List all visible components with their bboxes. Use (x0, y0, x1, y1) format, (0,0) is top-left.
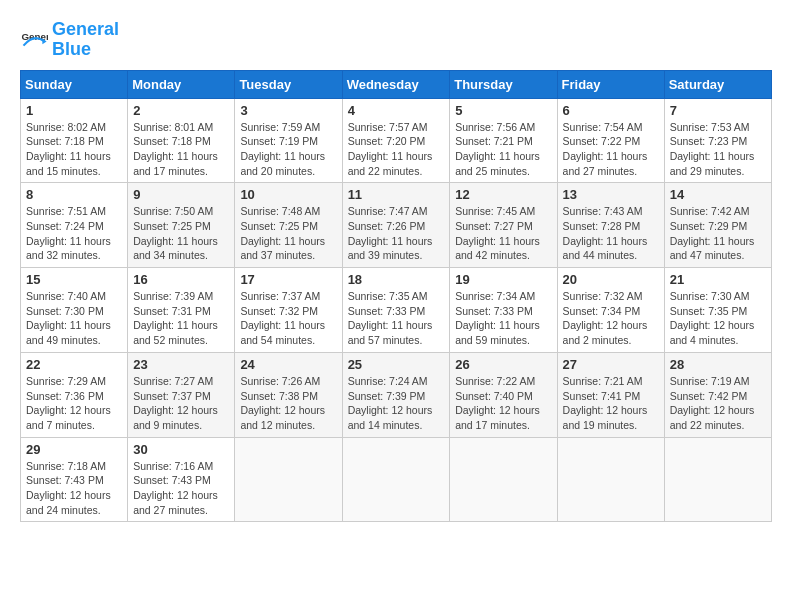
day-info: Sunrise: 7:48 AMSunset: 7:25 PMDaylight:… (240, 204, 336, 263)
calendar-cell: 20 Sunrise: 7:32 AMSunset: 7:34 PMDaylig… (557, 268, 664, 353)
calendar-cell: 19 Sunrise: 7:34 AMSunset: 7:33 PMDaylig… (450, 268, 557, 353)
calendar-cell: 1 Sunrise: 8:02 AMSunset: 7:18 PMDayligh… (21, 98, 128, 183)
day-info: Sunrise: 7:54 AMSunset: 7:22 PMDaylight:… (563, 120, 659, 179)
day-header-wednesday: Wednesday (342, 70, 450, 98)
calendar-cell: 22 Sunrise: 7:29 AMSunset: 7:36 PMDaylig… (21, 352, 128, 437)
day-number: 17 (240, 272, 336, 287)
day-number: 5 (455, 103, 551, 118)
day-number: 27 (563, 357, 659, 372)
day-info: Sunrise: 7:56 AMSunset: 7:21 PMDaylight:… (455, 120, 551, 179)
day-info: Sunrise: 7:30 AMSunset: 7:35 PMDaylight:… (670, 289, 766, 348)
day-header-sunday: Sunday (21, 70, 128, 98)
day-info: Sunrise: 7:59 AMSunset: 7:19 PMDaylight:… (240, 120, 336, 179)
calendar-cell: 7 Sunrise: 7:53 AMSunset: 7:23 PMDayligh… (664, 98, 771, 183)
day-number: 3 (240, 103, 336, 118)
day-number: 9 (133, 187, 229, 202)
day-info: Sunrise: 8:01 AMSunset: 7:18 PMDaylight:… (133, 120, 229, 179)
week-row-4: 22 Sunrise: 7:29 AMSunset: 7:36 PMDaylig… (21, 352, 772, 437)
day-info: Sunrise: 7:35 AMSunset: 7:33 PMDaylight:… (348, 289, 445, 348)
calendar-cell: 25 Sunrise: 7:24 AMSunset: 7:39 PMDaylig… (342, 352, 450, 437)
calendar-cell: 8 Sunrise: 7:51 AMSunset: 7:24 PMDayligh… (21, 183, 128, 268)
calendar-cell (342, 437, 450, 522)
day-number: 7 (670, 103, 766, 118)
day-number: 18 (348, 272, 445, 287)
calendar-cell: 30 Sunrise: 7:16 AMSunset: 7:43 PMDaylig… (128, 437, 235, 522)
day-number: 24 (240, 357, 336, 372)
week-row-3: 15 Sunrise: 7:40 AMSunset: 7:30 PMDaylig… (21, 268, 772, 353)
week-row-2: 8 Sunrise: 7:51 AMSunset: 7:24 PMDayligh… (21, 183, 772, 268)
day-info: Sunrise: 7:53 AMSunset: 7:23 PMDaylight:… (670, 120, 766, 179)
day-number: 8 (26, 187, 122, 202)
day-number: 20 (563, 272, 659, 287)
calendar-cell: 18 Sunrise: 7:35 AMSunset: 7:33 PMDaylig… (342, 268, 450, 353)
calendar-cell: 14 Sunrise: 7:42 AMSunset: 7:29 PMDaylig… (664, 183, 771, 268)
day-number: 2 (133, 103, 229, 118)
day-number: 28 (670, 357, 766, 372)
day-info: Sunrise: 7:16 AMSunset: 7:43 PMDaylight:… (133, 459, 229, 518)
day-header-saturday: Saturday (664, 70, 771, 98)
day-number: 6 (563, 103, 659, 118)
day-info: Sunrise: 7:34 AMSunset: 7:33 PMDaylight:… (455, 289, 551, 348)
logo-icon: General (20, 26, 48, 54)
calendar-cell: 12 Sunrise: 7:45 AMSunset: 7:27 PMDaylig… (450, 183, 557, 268)
logo-text: GeneralBlue (52, 20, 119, 60)
day-number: 11 (348, 187, 445, 202)
day-info: Sunrise: 7:24 AMSunset: 7:39 PMDaylight:… (348, 374, 445, 433)
day-number: 23 (133, 357, 229, 372)
day-info: Sunrise: 7:22 AMSunset: 7:40 PMDaylight:… (455, 374, 551, 433)
day-number: 22 (26, 357, 122, 372)
calendar-cell: 27 Sunrise: 7:21 AMSunset: 7:41 PMDaylig… (557, 352, 664, 437)
day-info: Sunrise: 7:32 AMSunset: 7:34 PMDaylight:… (563, 289, 659, 348)
day-info: Sunrise: 7:47 AMSunset: 7:26 PMDaylight:… (348, 204, 445, 263)
day-info: Sunrise: 7:19 AMSunset: 7:42 PMDaylight:… (670, 374, 766, 433)
calendar-cell: 21 Sunrise: 7:30 AMSunset: 7:35 PMDaylig… (664, 268, 771, 353)
day-number: 19 (455, 272, 551, 287)
calendar-cell: 15 Sunrise: 7:40 AMSunset: 7:30 PMDaylig… (21, 268, 128, 353)
day-info: Sunrise: 7:42 AMSunset: 7:29 PMDaylight:… (670, 204, 766, 263)
day-info: Sunrise: 7:45 AMSunset: 7:27 PMDaylight:… (455, 204, 551, 263)
day-number: 25 (348, 357, 445, 372)
day-number: 13 (563, 187, 659, 202)
day-number: 14 (670, 187, 766, 202)
week-row-5: 29 Sunrise: 7:18 AMSunset: 7:43 PMDaylig… (21, 437, 772, 522)
calendar-cell: 3 Sunrise: 7:59 AMSunset: 7:19 PMDayligh… (235, 98, 342, 183)
calendar-cell: 26 Sunrise: 7:22 AMSunset: 7:40 PMDaylig… (450, 352, 557, 437)
day-info: Sunrise: 7:39 AMSunset: 7:31 PMDaylight:… (133, 289, 229, 348)
calendar-cell: 17 Sunrise: 7:37 AMSunset: 7:32 PMDaylig… (235, 268, 342, 353)
calendar-cell (235, 437, 342, 522)
day-info: Sunrise: 7:40 AMSunset: 7:30 PMDaylight:… (26, 289, 122, 348)
calendar-cell (557, 437, 664, 522)
day-info: Sunrise: 7:57 AMSunset: 7:20 PMDaylight:… (348, 120, 445, 179)
day-info: Sunrise: 7:29 AMSunset: 7:36 PMDaylight:… (26, 374, 122, 433)
day-number: 15 (26, 272, 122, 287)
day-number: 12 (455, 187, 551, 202)
calendar-cell: 5 Sunrise: 7:56 AMSunset: 7:21 PMDayligh… (450, 98, 557, 183)
calendar-cell (450, 437, 557, 522)
calendar-cell: 2 Sunrise: 8:01 AMSunset: 7:18 PMDayligh… (128, 98, 235, 183)
day-info: Sunrise: 7:27 AMSunset: 7:37 PMDaylight:… (133, 374, 229, 433)
calendar-cell: 4 Sunrise: 7:57 AMSunset: 7:20 PMDayligh… (342, 98, 450, 183)
day-info: Sunrise: 7:26 AMSunset: 7:38 PMDaylight:… (240, 374, 336, 433)
calendar-cell: 16 Sunrise: 7:39 AMSunset: 7:31 PMDaylig… (128, 268, 235, 353)
logo: General GeneralBlue (20, 20, 119, 60)
calendar-cell: 23 Sunrise: 7:27 AMSunset: 7:37 PMDaylig… (128, 352, 235, 437)
calendar-cell: 24 Sunrise: 7:26 AMSunset: 7:38 PMDaylig… (235, 352, 342, 437)
day-number: 26 (455, 357, 551, 372)
day-header-tuesday: Tuesday (235, 70, 342, 98)
day-number: 10 (240, 187, 336, 202)
calendar-body: 1 Sunrise: 8:02 AMSunset: 7:18 PMDayligh… (21, 98, 772, 522)
calendar-cell: 29 Sunrise: 7:18 AMSunset: 7:43 PMDaylig… (21, 437, 128, 522)
day-info: Sunrise: 7:37 AMSunset: 7:32 PMDaylight:… (240, 289, 336, 348)
day-info: Sunrise: 7:18 AMSunset: 7:43 PMDaylight:… (26, 459, 122, 518)
calendar-table: SundayMondayTuesdayWednesdayThursdayFrid… (20, 70, 772, 523)
week-row-1: 1 Sunrise: 8:02 AMSunset: 7:18 PMDayligh… (21, 98, 772, 183)
day-number: 30 (133, 442, 229, 457)
calendar-cell: 28 Sunrise: 7:19 AMSunset: 7:42 PMDaylig… (664, 352, 771, 437)
day-number: 16 (133, 272, 229, 287)
day-info: Sunrise: 8:02 AMSunset: 7:18 PMDaylight:… (26, 120, 122, 179)
page-header: General GeneralBlue (20, 20, 772, 60)
day-header-friday: Friday (557, 70, 664, 98)
calendar-cell: 10 Sunrise: 7:48 AMSunset: 7:25 PMDaylig… (235, 183, 342, 268)
calendar-cell: 13 Sunrise: 7:43 AMSunset: 7:28 PMDaylig… (557, 183, 664, 268)
day-number: 4 (348, 103, 445, 118)
